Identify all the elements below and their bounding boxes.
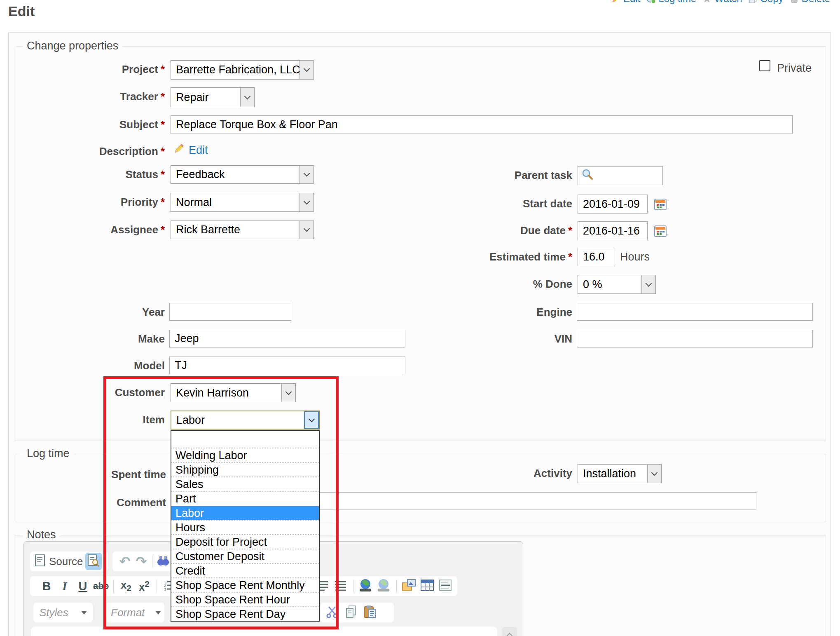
description-edit-link[interactable]: Edit: [189, 144, 208, 157]
format-dropdown[interactable]: Format: [105, 603, 164, 622]
chevron-down-icon[interactable]: [641, 275, 655, 293]
globe-unlink-icon: [377, 579, 391, 594]
preview-button[interactable]: [85, 553, 102, 570]
dropdown-option[interactable]: Shipping: [171, 462, 319, 476]
redo-button[interactable]: ↷: [133, 553, 150, 570]
private-checkbox[interactable]: [759, 60, 770, 71]
insert-image-button[interactable]: [401, 577, 417, 595]
undo-button[interactable]: ↶: [117, 553, 133, 570]
superscript-button[interactable]: x2: [136, 577, 152, 595]
copy-button[interactable]: [343, 604, 359, 621]
subject-input[interactable]: Replace Torque Box & Floor Pan: [171, 115, 793, 134]
item-select[interactable]: Labor: [171, 411, 320, 429]
issue-action-bar: Edit Log time Watch Copy Delete: [611, 0, 830, 5]
editor-toolbar-group-clipboard: [321, 603, 394, 622]
customer-select[interactable]: Kevin Harrison: [171, 383, 296, 402]
activity-select[interactable]: Installation: [578, 464, 662, 483]
italic-button[interactable]: I: [56, 577, 73, 595]
calendar-icon[interactable]: [654, 225, 667, 239]
bold-button[interactable]: B: [38, 577, 55, 595]
tracker-select[interactable]: Repair: [171, 87, 255, 107]
horizontal-rule-icon: [439, 579, 452, 593]
dropdown-option[interactable]: Shop Space Rent Day: [171, 606, 319, 621]
item-dropdown[interactable]: Welding LaborShippingSalesPartLaborHours…: [171, 430, 320, 622]
chevron-down-icon[interactable]: [281, 384, 295, 402]
subscript-button[interactable]: x2: [118, 577, 134, 595]
model-label: Model: [16, 359, 165, 372]
paste-button[interactable]: [362, 604, 378, 621]
remove-link-button[interactable]: [376, 577, 392, 595]
pencil-icon: [173, 143, 185, 156]
dropdown-option[interactable]: Credit: [171, 563, 319, 577]
tracker-label: Tracker*: [16, 90, 165, 103]
page-title: Edit: [8, 3, 35, 19]
estimated-time-input[interactable]: 16.0: [578, 248, 615, 266]
redo-icon: ↷: [136, 554, 147, 569]
customer-label: Customer: [16, 386, 165, 399]
watch-action-link[interactable]: Watch: [702, 0, 742, 5]
vin-input[interactable]: [577, 330, 813, 347]
model-input[interactable]: TJ: [169, 357, 405, 374]
project-select[interactable]: Barrette Fabrication, LLC: [171, 60, 314, 80]
editor-scrollbar[interactable]: [502, 627, 517, 636]
private-label: Private: [777, 62, 812, 75]
calendar-icon[interactable]: [654, 198, 667, 212]
chevron-down-icon[interactable]: [299, 166, 314, 183]
edit-action-link[interactable]: Edit: [611, 0, 640, 5]
chevron-down-icon[interactable]: [304, 411, 319, 429]
insert-table-button[interactable]: [419, 577, 435, 595]
estimated-time-label: Estimated time*: [412, 251, 572, 263]
chevron-down-icon[interactable]: [299, 61, 314, 79]
assignee-label: Assignee*: [16, 223, 165, 236]
chevron-down-icon[interactable]: [299, 221, 314, 239]
year-input[interactable]: [169, 303, 291, 321]
due-date-input[interactable]: 2016-01-16: [578, 221, 648, 240]
percent-done-select[interactable]: 0 %: [578, 275, 656, 294]
undo-icon: ↶: [119, 554, 131, 569]
cut-button[interactable]: [324, 604, 340, 621]
table-icon: [420, 579, 434, 593]
copy-action-link[interactable]: Copy: [748, 0, 784, 5]
source-button[interactable]: Source: [35, 553, 83, 570]
make-label: Make: [16, 333, 165, 345]
justify-icon: [335, 580, 347, 592]
delete-action-link[interactable]: Delete: [789, 0, 830, 5]
insert-link-button[interactable]: [358, 577, 374, 595]
parent-task-input[interactable]: [578, 166, 663, 185]
chevron-down-icon[interactable]: [240, 88, 254, 107]
dropdown-option[interactable]: Welding Labor: [171, 448, 319, 462]
start-date-input[interactable]: 2016-01-09: [578, 195, 648, 214]
engine-label: Engine: [412, 306, 572, 319]
justify-button[interactable]: [332, 577, 349, 595]
find-replace-button[interactable]: [155, 553, 171, 570]
dropdown-option[interactable]: Shop Space Rent Monthly: [171, 577, 319, 592]
year-label: Year: [16, 306, 165, 319]
dropdown-option[interactable]: Shop Space Rent Hour: [171, 592, 319, 606]
dropdown-option[interactable]: [171, 431, 319, 448]
editor-toolbar-group-source: Source: [30, 552, 108, 571]
dropdown-option[interactable]: Customer Deposit: [171, 549, 319, 563]
dropdown-option[interactable]: Sales: [171, 476, 319, 491]
image-icon: [402, 579, 416, 594]
assignee-select[interactable]: Rick Barrette: [171, 221, 314, 239]
dropdown-option[interactable]: Hours: [171, 520, 319, 534]
dropdown-option[interactable]: Part: [171, 491, 319, 505]
underline-button[interactable]: U: [75, 577, 91, 595]
status-select[interactable]: Feedback: [171, 165, 314, 184]
chevron-down-icon[interactable]: [299, 193, 314, 211]
log-time-action-link[interactable]: Log time: [646, 0, 696, 5]
vin-label: VIN: [412, 333, 572, 345]
make-input[interactable]: Jeep: [169, 330, 405, 347]
dropdown-option[interactable]: Labor: [171, 505, 319, 520]
chevron-down-icon[interactable]: [647, 465, 661, 483]
priority-select[interactable]: Normal: [171, 193, 314, 212]
strikethrough-button[interactable]: abc: [93, 577, 109, 595]
start-date-label: Start date: [412, 197, 572, 210]
horizontal-rule-button[interactable]: [437, 577, 454, 595]
styles-dropdown[interactable]: Styles: [33, 603, 93, 622]
editor-content-area[interactable]: [31, 627, 497, 636]
dropdown-option[interactable]: Deposit for Project: [171, 534, 319, 549]
engine-input[interactable]: [577, 303, 813, 321]
parent-task-label: Parent task: [412, 169, 572, 182]
scroll-up-icon: [507, 633, 512, 636]
